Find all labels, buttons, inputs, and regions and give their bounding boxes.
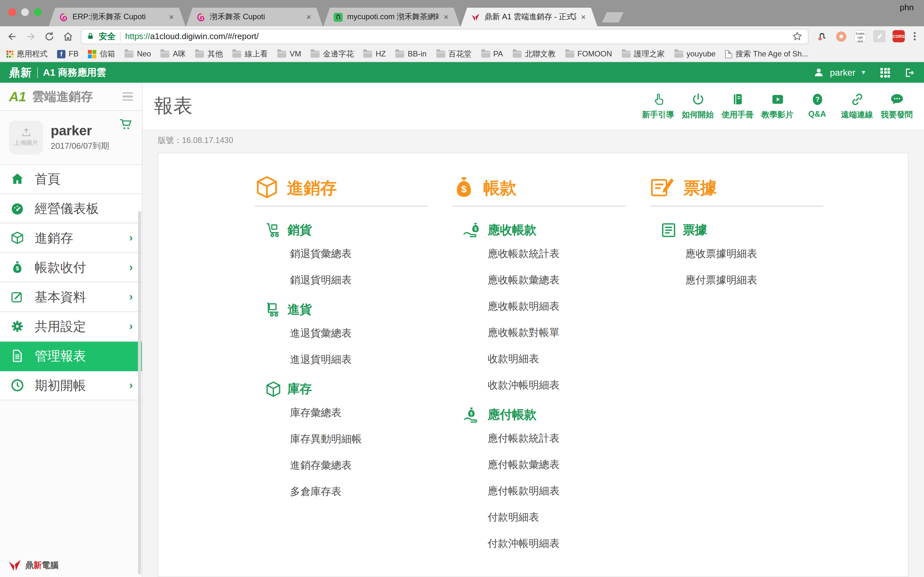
bookmark-fb[interactable]: fFB <box>57 49 79 58</box>
report-link[interactable]: 收款沖帳明細表 <box>488 379 626 391</box>
window-zoom-button[interactable] <box>34 8 42 16</box>
app-body: A1 雲端進銷存 上傳圖片 parker 2017/06/07到期 首頁 <box>0 83 924 577</box>
help-link-ask[interactable]: 我要發問 <box>879 92 915 120</box>
bookmark-folder[interactable]: youyube <box>674 49 716 58</box>
report-link[interactable]: 應付票據明細表 <box>685 274 823 286</box>
bookmark-folder[interactable]: FOMOON <box>565 49 612 58</box>
report-link[interactable]: 進銷存彙總表 <box>290 459 428 471</box>
sidebar-item-payments[interactable]: $ 帳款收付 › <box>0 253 142 283</box>
tab-cupoti[interactable]: 沏禾舞茶 Cupoti × <box>186 8 323 26</box>
help-link-manual[interactable]: 使用手冊 <box>719 92 756 120</box>
report-link[interactable]: 應收帳款彙總表 <box>488 274 626 286</box>
bookmark-folder[interactable]: 北聯文教 <box>513 48 556 59</box>
sidebar-item-opening-balance[interactable]: 期初開帳 › <box>0 371 142 401</box>
bookmark-folder[interactable]: BB-in <box>396 49 427 58</box>
sidebar-item-reports[interactable]: 管理報表 <box>0 342 142 371</box>
sidebar-item-dashboard[interactable]: 經營儀表板 <box>0 194 142 224</box>
window-close-button[interactable] <box>8 8 16 16</box>
report-link[interactable]: 庫存異動明細帳 <box>290 433 428 445</box>
bookmark-mail[interactable]: 信箱 <box>88 48 115 59</box>
report-link[interactable]: 進退貨明細表 <box>290 353 428 366</box>
home-icon[interactable] <box>62 31 74 42</box>
tab-close-icon[interactable]: × <box>169 12 174 22</box>
bookmark-folder[interactable]: 其他 <box>195 48 223 59</box>
help-link-qa[interactable]: ? Q&A <box>799 92 835 120</box>
bookmark-folder[interactable]: PA <box>481 49 503 58</box>
sidebar-item-inventory[interactable]: 進銷存 › <box>0 224 142 253</box>
report-link[interactable]: 應收票據明細表 <box>685 247 823 259</box>
app-grid-icon[interactable] <box>880 68 890 77</box>
hamburger-icon[interactable] <box>123 92 133 101</box>
report-link[interactable]: 應付帳款明細表 <box>488 485 626 497</box>
chrome-menu-icon[interactable] <box>912 32 918 40</box>
folder-icon <box>622 50 631 57</box>
header-username[interactable]: parker <box>830 67 855 77</box>
report-link[interactable]: 應收帳款明細表 <box>488 300 626 312</box>
tab-erp-cupoti[interactable]: ERP:沏禾舞茶 Cupoti × <box>49 8 186 26</box>
chevron-right-icon: › <box>129 290 133 303</box>
report-link[interactable]: 付款明細表 <box>488 511 626 523</box>
logout-icon[interactable] <box>904 67 915 78</box>
donut-extension-icon[interactable] <box>835 30 847 42</box>
product-name: 雲端進銷存 <box>32 88 93 105</box>
report-link[interactable]: 應收帳款統計表 <box>488 247 626 259</box>
tab-digiwin-a1[interactable]: 鼎新 A1 雲端進銷存 - 正式區 × <box>461 8 598 26</box>
report-link[interactable]: 應收帳款對帳單 <box>488 326 626 338</box>
dolly-icon <box>265 301 282 318</box>
report-link[interactable]: 庫存彙總表 <box>290 406 428 419</box>
bookmark-folder[interactable]: VM <box>278 49 301 58</box>
secure-label[interactable]: 安全 <box>99 31 115 42</box>
bookmark-folder[interactable]: HZ <box>363 49 386 58</box>
help-link-remote[interactable]: 遠端連線 <box>838 92 875 120</box>
sidebar-item-master-data[interactable]: 基本資料 › <box>0 283 142 312</box>
tab-title: ERP:沏禾舞茶 Cupoti <box>73 11 165 23</box>
report-link[interactable]: 銷退貨彙總表 <box>290 247 428 259</box>
moneybag-icon: $ <box>452 175 475 199</box>
tab-close-icon[interactable]: × <box>306 12 311 22</box>
reload-icon[interactable] <box>44 31 55 42</box>
brand-digiwin: 鼎新 <box>9 65 32 80</box>
bookmark-star-icon[interactable] <box>792 31 803 42</box>
bookmark-folder-neo[interactable]: Neo <box>125 49 151 58</box>
report-column-inventory: 進銷存 銷貨 銷退貨彙總表 銷退貨明細表 <box>255 175 428 564</box>
report-link[interactable]: 收款明細表 <box>488 353 626 365</box>
address-bar[interactable]: 安全 https://a1cloud.digiwin.com/#/report/ <box>81 29 809 44</box>
bookmark-folder[interactable]: 護理之家 <box>622 48 665 59</box>
chevron-down-icon[interactable]: ▼ <box>861 69 866 76</box>
report-link[interactable]: 多倉庫存表 <box>290 485 428 498</box>
report-link[interactable]: 付款沖帳明細表 <box>488 537 626 550</box>
tab-close-icon[interactable]: × <box>444 12 449 22</box>
url-text[interactable]: https://a1cloud.digiwin.com/#/report/ <box>125 31 787 41</box>
folder-icon <box>436 50 445 57</box>
bookmark-folder[interactable]: 金邊字花 <box>311 48 354 59</box>
bookmark-apps[interactable]: 應用程式 <box>6 48 47 59</box>
report-link[interactable]: 應付帳款統計表 <box>488 432 626 444</box>
report-link[interactable]: 應付帳款彙總表 <box>488 458 626 471</box>
tab-close-icon[interactable]: × <box>581 12 586 22</box>
tab-mycupoti[interactable]: mycupoti.com 沏禾舞茶網站 - 官 × <box>323 8 460 26</box>
new-tab-button[interactable] <box>602 12 624 23</box>
forward-icon[interactable] <box>25 31 37 42</box>
digiwin-favicon <box>471 13 480 21</box>
sidebar-item-shared-settings[interactable]: 共用設定 › <box>0 312 142 342</box>
bookmark-folder[interactable]: A咪 <box>161 48 186 59</box>
avatar-upload-button[interactable]: 上傳圖片 <box>9 121 43 155</box>
evernote-extension-icon[interactable] <box>816 30 828 42</box>
enable-right-click-extension-icon[interactable]: Enable right click <box>854 30 866 42</box>
help-link-getting-started[interactable]: 如何開始 <box>680 92 716 120</box>
cors-extension-icon[interactable]: CORS <box>893 30 905 42</box>
report-group-sales: 銷貨 銷退貨彙總表 銷退貨明細表 <box>255 222 428 286</box>
cart-icon[interactable] <box>119 117 133 131</box>
report-link[interactable]: 進退貨彙總表 <box>290 327 428 339</box>
bookmark-page[interactable]: 搜索 The Age of Sh... <box>725 48 808 59</box>
hand-extension-icon[interactable] <box>873 30 885 42</box>
sidebar-item-home[interactable]: 首頁 <box>0 165 142 194</box>
report-link[interactable]: 銷退貨明細表 <box>290 274 428 286</box>
bookmark-folder[interactable]: 線上看 <box>233 48 268 59</box>
bookmark-folder[interactable]: 百花堂 <box>436 48 471 59</box>
help-link-videos[interactable]: 教學影片 <box>759 92 796 120</box>
help-link-onboarding[interactable]: 新手引導 <box>640 92 676 120</box>
sidebar-scrollbar[interactable] <box>138 211 141 574</box>
window-minimize-button[interactable] <box>21 8 29 16</box>
back-icon[interactable] <box>6 31 18 42</box>
